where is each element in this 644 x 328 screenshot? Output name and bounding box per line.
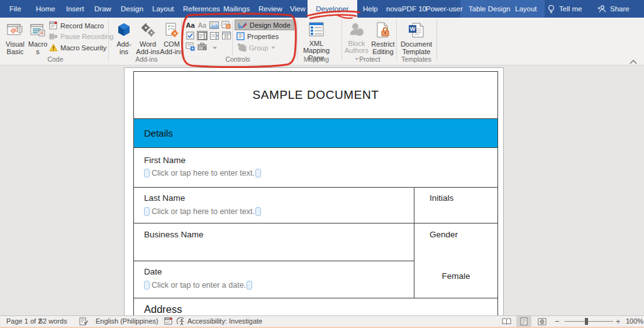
form-table: SAMPLE DOCUMENT Details First Name Click…	[133, 71, 498, 315]
lightbulb-icon	[547, 4, 555, 14]
addins-group-label: Add-ins	[128, 55, 165, 63]
tab-design[interactable]: Design	[121, 0, 143, 18]
table-row-details[interactable]: Details	[134, 118, 497, 147]
gender-value[interactable]: Female	[414, 271, 497, 281]
properties-icon	[236, 32, 245, 40]
tab-power-user[interactable]: Power-user	[426, 0, 463, 18]
repeating-section-control-button[interactable]	[185, 42, 196, 51]
com-addins-icon	[164, 21, 179, 40]
tab-developer[interactable]: Developer	[308, 0, 357, 18]
last-name-content-control[interactable]: Click or tap here to enter text.	[144, 207, 261, 216]
tab-review[interactable]: Review	[258, 0, 282, 18]
date-picker-control-button[interactable]	[221, 31, 231, 40]
gender-label: Gender	[430, 230, 458, 239]
gender-cell[interactable]: Gender Female	[414, 223, 497, 298]
group-divider	[396, 20, 397, 60]
restrict-editing-icon	[376, 21, 390, 40]
macro-recording-icon[interactable]	[164, 317, 173, 327]
read-mode-icon	[502, 318, 511, 325]
document-page[interactable]: SAMPLE DOCUMENT Details First Name Click…	[124, 67, 504, 315]
macro-security-button[interactable]: Macro Security	[49, 43, 106, 52]
dropdown-list-control-button[interactable]	[209, 31, 219, 40]
language-indicator[interactable]: English (Philippines)	[96, 316, 158, 327]
controls-group-label: Controls	[219, 55, 257, 63]
ribbon-tab-bar: File Home Insert Draw Design Layout Refe…	[0, 0, 644, 18]
svg-text:W: W	[410, 26, 416, 32]
zoom-slider-track[interactable]	[565, 321, 613, 322]
plain-text-control-button[interactable]: Aa	[197, 20, 208, 30]
web-layout-view-button[interactable]	[535, 316, 550, 327]
rich-text-control-button[interactable]: Aa	[185, 20, 196, 30]
share-button[interactable]: Share	[597, 0, 630, 18]
first-name-content-control[interactable]: Click or tap here to enter text.	[144, 169, 261, 178]
tab-draw[interactable]: Draw	[94, 0, 111, 18]
page-indicator[interactable]: Page 1 of 2	[6, 316, 42, 327]
document-canvas[interactable]: SAMPLE DOCUMENT Details First Name Click…	[0, 65, 644, 315]
print-layout-view-button[interactable]	[516, 316, 531, 327]
design-mode-label: Design Mode	[250, 21, 291, 29]
visual-basic-icon	[7, 21, 23, 40]
print-layout-icon	[520, 317, 528, 325]
combo-box-control-button[interactable]	[197, 31, 208, 40]
com-addins-label: COM Add-ins	[160, 41, 184, 55]
legacy-tools-button[interactable]	[197, 42, 208, 51]
checkbox-control-button[interactable]	[185, 31, 196, 40]
business-name-cell[interactable]: Business Name	[134, 223, 414, 261]
proofing-errors-icon[interactable]	[79, 317, 88, 327]
table-row-last-name-initials[interactable]: Last Name Click or tap here to enter tex…	[134, 187, 497, 223]
zoom-out-button[interactable]: −	[555, 316, 560, 327]
properties-label: Properties	[247, 33, 279, 40]
date-content-control[interactable]: Click or tap to enter a date.	[144, 281, 252, 290]
tab-file[interactable]: File	[9, 0, 21, 18]
last-name-cell[interactable]: Last Name Click or tap here to enter tex…	[134, 188, 414, 223]
addins-label: Add-ins	[113, 41, 135, 55]
accessibility-status[interactable]: Accessibility: Investigate	[187, 316, 262, 327]
last-name-placeholder: Click or tap here to enter text.	[152, 207, 255, 216]
tab-insert[interactable]: Insert	[66, 0, 84, 18]
legacy-tools-dropdown-icon[interactable]	[209, 43, 220, 52]
read-mode-view-button[interactable]	[499, 316, 514, 327]
tab-layout[interactable]: Layout	[152, 0, 174, 18]
group-label: Group	[249, 44, 269, 52]
word-count[interactable]: 62 words	[39, 316, 67, 327]
table-row-title[interactable]: SAMPLE DOCUMENT	[134, 72, 497, 118]
macro-security-label: Macro Security	[60, 44, 106, 52]
zoom-level[interactable]: 100%	[626, 316, 643, 327]
xml-mapping-pane-icon	[308, 21, 325, 39]
group-divider	[341, 20, 342, 60]
tab-view[interactable]: View	[290, 0, 306, 18]
zoom-in-button[interactable]: +	[616, 316, 621, 327]
picture-control-button[interactable]	[209, 20, 219, 30]
record-macro-icon	[49, 21, 58, 30]
table-row-business-gender[interactable]: Business Name Date Click or tap to enter…	[134, 223, 497, 298]
table-row-address[interactable]: Address	[134, 298, 497, 315]
date-cell[interactable]: Date Click or tap to enter a date.	[134, 261, 414, 298]
code-group-label: Code	[36, 55, 74, 63]
pause-recording-label: Pause Recording	[60, 33, 113, 40]
tab-novapdf[interactable]: novaPDF 10	[386, 0, 426, 18]
tab-table-design[interactable]: Table Design	[469, 0, 510, 18]
zoom-slider-handle[interactable]	[585, 318, 588, 325]
group-divider	[108, 20, 109, 60]
tab-help[interactable]: Help	[363, 0, 378, 18]
table-row-first-name[interactable]: First Name Click or tap here to enter te…	[134, 147, 497, 187]
design-mode-button[interactable]: Design Mode	[235, 20, 294, 30]
initials-cell[interactable]: Initials	[414, 188, 497, 223]
tab-references[interactable]: References	[183, 0, 220, 18]
tab-table-layout[interactable]: Layout	[515, 0, 537, 18]
addins-cube-icon	[116, 21, 131, 40]
content-control-end-tag-icon	[247, 281, 252, 290]
content-control-end-tag-icon	[255, 169, 261, 178]
properties-button[interactable]: Properties	[236, 32, 279, 40]
tab-home[interactable]: Home	[36, 0, 55, 18]
tell-me-box[interactable]: Tell me	[547, 0, 582, 18]
record-macro-button[interactable]: Record Macro	[49, 21, 104, 30]
collapse-ribbon-chevron-icon	[630, 60, 637, 64]
word-addins-gears-icon	[140, 21, 156, 40]
accessibility-icon[interactable]	[177, 317, 186, 327]
tab-mailings[interactable]: Mailings	[223, 0, 250, 18]
document-template-icon: W	[408, 21, 425, 40]
building-block-gallery-control-button[interactable]	[221, 20, 231, 30]
web-layout-icon	[538, 318, 547, 325]
visual-basic-button[interactable]: Visual Basic	[4, 19, 26, 62]
